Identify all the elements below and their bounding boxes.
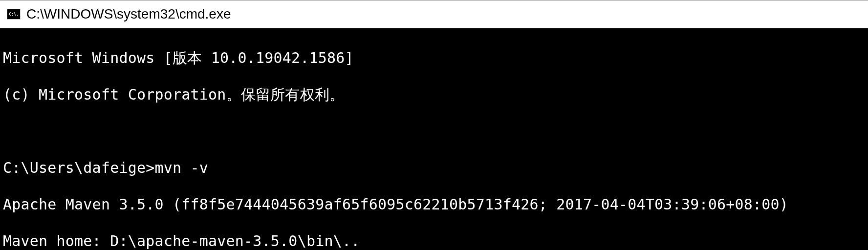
window-title: C:\WINDOWS\system32\cmd.exe: [26, 6, 231, 22]
terminal-output[interactable]: Microsoft Windows [版本 10.0.19042.1586] (…: [0, 28, 868, 250]
command-prompt-line: C:\Users\dafeige>mvn -v: [3, 159, 865, 177]
maven-home-line: Maven home: D:\apache-maven-3.5.0\bin\..: [3, 232, 865, 250]
maven-version-line: Apache Maven 3.5.0 (ff8f5e7444045639af65…: [3, 195, 865, 214]
blank-line: [3, 122, 865, 141]
copyright-line: (c) Microsoft Corporation。保留所有权利。: [3, 85, 865, 104]
window-titlebar[interactable]: C:\. C:\WINDOWS\system32\cmd.exe: [0, 0, 868, 28]
cmd-icon: C:\.: [7, 9, 21, 20]
windows-version-line: Microsoft Windows [版本 10.0.19042.1586]: [3, 49, 865, 67]
cmd-icon-label: C:\.: [9, 12, 19, 17]
